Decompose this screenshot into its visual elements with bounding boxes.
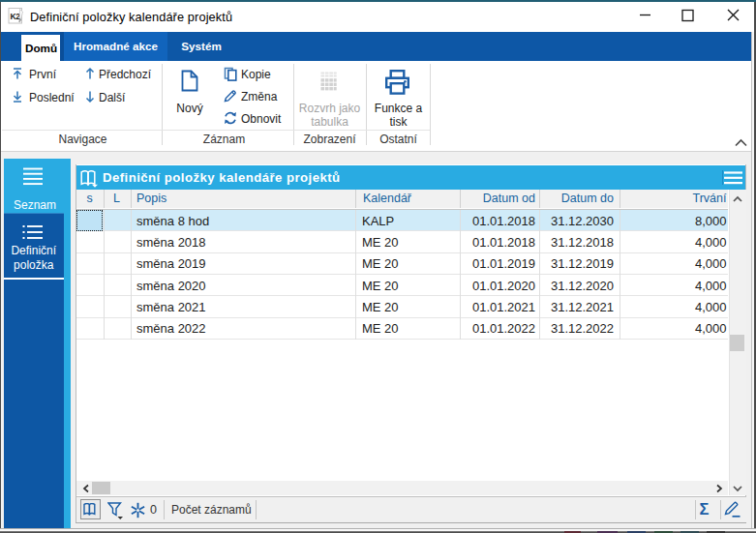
svg-text:K2: K2 — [11, 12, 21, 21]
